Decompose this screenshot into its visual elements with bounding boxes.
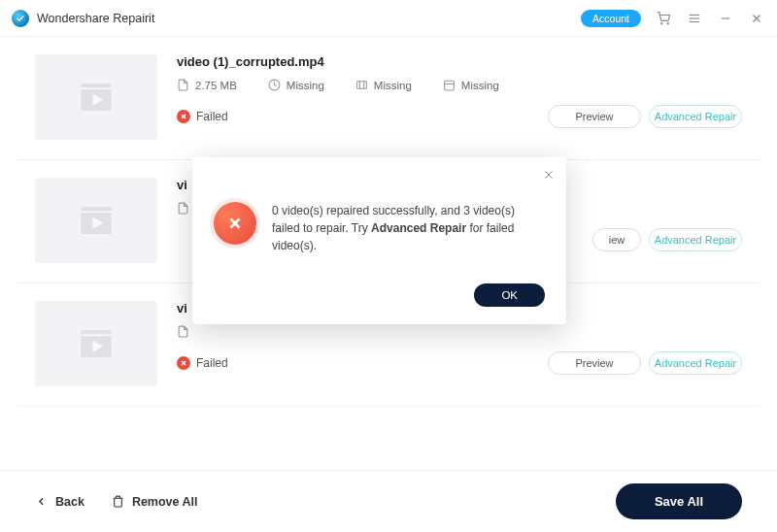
preview-button[interactable]: iew: [592, 228, 641, 251]
chevron-left-icon: [35, 495, 48, 508]
svg-point-0: [661, 22, 662, 23]
remove-all-button[interactable]: Remove All: [112, 495, 198, 509]
error-icon: [214, 202, 256, 245]
file-size: 2.75 MB: [195, 80, 237, 91]
save-all-button[interactable]: Save All: [616, 483, 742, 519]
status-text: Failed: [196, 356, 228, 370]
cart-icon[interactable]: [655, 10, 672, 27]
main-window: Wondershare Repairit Account vide: [0, 0, 777, 532]
calendar-icon: [443, 79, 456, 91]
dialog-close-button[interactable]: [543, 167, 555, 184]
titlebar-right: Account: [581, 10, 765, 27]
resolution: Missing: [374, 80, 412, 91]
account-button[interactable]: Account: [581, 10, 641, 27]
ok-button[interactable]: OK: [474, 283, 545, 307]
svg-rect-11: [356, 82, 366, 89]
file-icon: [177, 325, 189, 338]
svg-point-1: [667, 22, 668, 23]
back-button[interactable]: Back: [35, 495, 84, 509]
status-badge: Failed: [177, 356, 228, 370]
footer: Back Remove All Save All: [0, 470, 777, 532]
close-icon[interactable]: [748, 10, 765, 27]
status-text: Failed: [196, 110, 228, 123]
app-title: Wondershare Repairit: [37, 12, 154, 25]
list-item: video (1)_corrupted.mp4 2.75 MB Missing …: [17, 37, 760, 160]
item-meta: video (1)_corrupted.mp4 2.75 MB Missing …: [177, 54, 742, 140]
remove-all-label: Remove All: [132, 495, 198, 509]
dialog-message: 0 video(s) repaired successfully, and 3 …: [272, 202, 545, 254]
date: Missing: [461, 80, 499, 91]
filename: video (1)_corrupted.mp4: [177, 54, 742, 69]
video-thumbnail-icon: [35, 178, 157, 263]
svg-rect-14: [444, 81, 454, 90]
preview-button[interactable]: Preview: [548, 351, 641, 375]
close-icon: [543, 169, 555, 181]
advanced-repair-button[interactable]: Advanced Repair: [649, 228, 742, 251]
clock-icon: [268, 79, 281, 91]
titlebar: Wondershare Repairit Account: [0, 0, 777, 37]
trash-icon: [112, 495, 124, 508]
item-stats: 2.75 MB Missing Missing Missing: [177, 79, 742, 91]
failed-icon: [177, 110, 190, 123]
failed-icon: [177, 356, 190, 370]
minimize-icon[interactable]: [717, 10, 734, 27]
advanced-repair-button[interactable]: Advanced Repair: [649, 105, 742, 128]
item-stats: [177, 325, 742, 338]
preview-button[interactable]: Preview: [548, 105, 641, 128]
file-icon: [177, 79, 189, 91]
result-dialog: 0 video(s) repaired successfully, and 3 …: [192, 157, 566, 324]
duration: Missing: [287, 80, 324, 91]
app-logo-icon: [12, 10, 29, 27]
menu-icon[interactable]: [686, 10, 703, 27]
video-thumbnail-icon: [35, 54, 157, 140]
file-icon: [177, 202, 189, 215]
status-badge: Failed: [177, 110, 228, 123]
video-thumbnail-icon: [35, 301, 157, 386]
back-label: Back: [55, 495, 84, 509]
advanced-repair-button[interactable]: Advanced Repair: [649, 351, 742, 375]
resolution-icon: [355, 79, 368, 91]
